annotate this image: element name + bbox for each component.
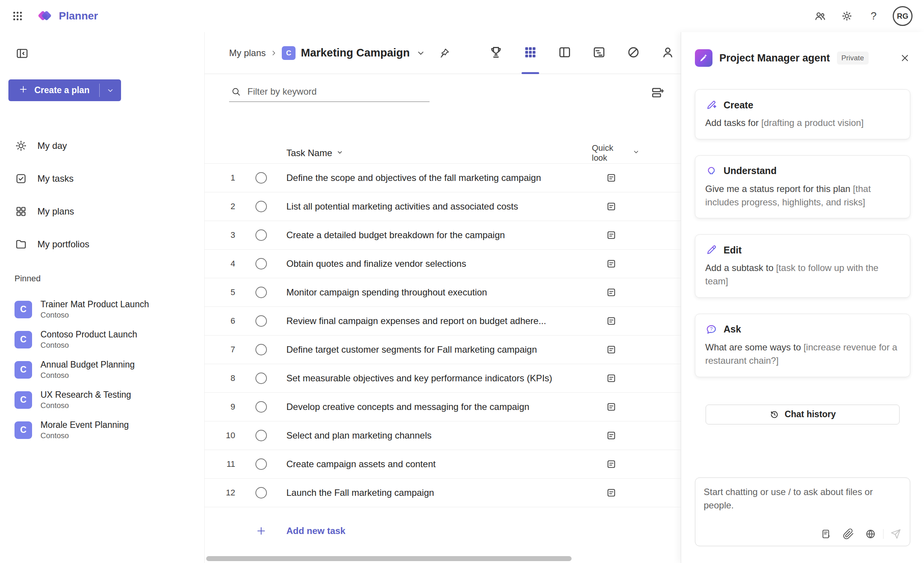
scrollbar-thumb[interactable] (206, 556, 572, 561)
task-row[interactable]: 4 Obtain quotes and finalize vendor sele… (205, 250, 681, 278)
agent-card-ask[interactable]: ? Ask What are some ways to [increase re… (695, 314, 910, 377)
complete-task-checkbox[interactable] (255, 258, 267, 269)
complete-task-checkbox[interactable] (255, 430, 267, 441)
pinned-plan-contoso-product-launch[interactable]: C Contoso Product Launch Contoso (0, 324, 204, 355)
task-table: Task Name Quick look 1 Define the scope … (205, 142, 681, 549)
task-row[interactable]: 2 List all potential marketing activitie… (205, 192, 681, 221)
complete-task-checkbox[interactable] (255, 373, 267, 384)
notes-icon[interactable] (606, 487, 617, 498)
pin-plan-button[interactable] (439, 47, 450, 59)
notes-icon[interactable] (606, 430, 617, 441)
app-launcher-button[interactable] (8, 7, 27, 25)
task-row[interactable]: 3 Create a detailed budget breakdown for… (205, 221, 681, 250)
pinned-plan-morale-event-planning[interactable]: C Morale Event Planning Contoso (0, 415, 204, 445)
pinned-plan-trainer-mat-product-launch[interactable]: C Trainer Mat Product Launch Contoso (0, 294, 204, 324)
view-tab-board[interactable] (554, 32, 575, 74)
column-task-name[interactable]: Task Name (281, 148, 583, 158)
pinned-plan-ux-research-testing[interactable]: C UX Research & Testing Contoso (0, 385, 204, 415)
plan-icon: C (15, 331, 32, 348)
view-tab-schedule[interactable] (588, 32, 610, 74)
globe-icon[interactable] (865, 528, 876, 540)
task-title[interactable]: Launch the Fall marketing campaign (281, 487, 583, 498)
plan-menu-chevron-icon[interactable] (416, 48, 426, 58)
filter-row (205, 74, 681, 102)
notes-icon[interactable] (606, 229, 617, 241)
people-icon[interactable] (810, 6, 830, 26)
task-row[interactable]: 11 Create campaign assets and content (205, 450, 681, 479)
view-tab-grid[interactable] (520, 32, 541, 74)
column-options-button[interactable] (650, 85, 665, 100)
task-row[interactable]: 12 Launch the Fall marketing campaign (205, 479, 681, 507)
complete-task-checkbox[interactable] (255, 229, 267, 241)
notes-icon[interactable] (606, 373, 617, 384)
task-number: 3 (205, 230, 241, 240)
close-panel-button[interactable] (900, 53, 910, 63)
task-row[interactable]: 6 Review final campaign expenses and rep… (205, 307, 681, 336)
complete-task-checkbox[interactable] (255, 287, 267, 298)
complete-task-checkbox[interactable] (255, 172, 267, 184)
notes-icon[interactable] (606, 458, 617, 470)
task-title[interactable]: Review final campaign expenses and repor… (281, 316, 583, 326)
view-tab-goals[interactable] (485, 32, 507, 74)
pinned-plan-annual-budget-planning[interactable]: C Annual Budget Planning Contoso (0, 355, 204, 385)
notes-icon[interactable] (606, 401, 617, 413)
task-number: 2 (205, 202, 241, 211)
task-row[interactable]: 1 Define the scope and objectives of the… (205, 164, 681, 192)
attach-icon[interactable] (843, 528, 854, 540)
notes-icon[interactable] (606, 287, 617, 298)
chat-composer[interactable]: Start chatting or use / to ask about fil… (695, 478, 910, 546)
filter-input[interactable] (247, 86, 428, 97)
horizontal-scrollbar[interactable] (206, 556, 677, 561)
add-new-task-button[interactable]: Add new task (205, 513, 681, 549)
task-title[interactable]: Develop creative concepts and messaging … (281, 402, 583, 412)
complete-task-checkbox[interactable] (255, 344, 267, 355)
create-plan-menu-button[interactable] (100, 79, 121, 101)
complete-task-checkbox[interactable] (255, 201, 267, 212)
complete-task-checkbox[interactable] (255, 401, 267, 413)
task-title[interactable]: Create campaign assets and content (281, 459, 583, 469)
task-title[interactable]: Define the scope and objectives of the f… (281, 173, 583, 183)
task-title[interactable]: Define target customer segments for Fall… (281, 344, 583, 355)
view-tab-charts[interactable] (623, 32, 644, 74)
notes-icon[interactable] (606, 315, 617, 327)
settings-icon[interactable] (837, 6, 857, 26)
task-row[interactable]: 9 Develop creative concepts and messagin… (205, 393, 681, 421)
sidebar-item-my-tasks[interactable]: My tasks (5, 165, 199, 193)
sidebar-item-my-portfolios[interactable]: My portfolios (5, 230, 199, 258)
chat-history-button[interactable]: Chat history (706, 405, 900, 424)
prompts-icon[interactable] (821, 528, 832, 540)
task-row[interactable]: 5 Monitor campaign spending throughout e… (205, 278, 681, 307)
task-title[interactable]: List all potential marketing activities … (281, 201, 583, 212)
create-plan-button[interactable]: Create a plan (8, 79, 121, 101)
complete-task-checkbox[interactable] (255, 315, 267, 327)
complete-task-checkbox[interactable] (255, 458, 267, 470)
task-title[interactable]: Monitor campaign spending throughout exe… (281, 287, 583, 298)
breadcrumb-my-plans[interactable]: My plans (229, 48, 266, 58)
sidebar-item-my-plans[interactable]: My plans (5, 197, 199, 226)
agent-card-understand[interactable]: Understand Give me a status report for t… (695, 155, 910, 219)
notes-icon[interactable] (606, 344, 617, 355)
task-title[interactable]: Create a detailed budget breakdown for t… (281, 230, 583, 240)
column-quick-look[interactable]: Quick look (583, 143, 640, 163)
task-title[interactable]: Obtain quotes and finalize vendor select… (281, 258, 583, 269)
avatar[interactable]: RG (893, 6, 913, 26)
agent-card-edit[interactable]: Edit Add a subtask to [task to follow up… (695, 234, 910, 298)
notes-icon[interactable] (606, 172, 617, 184)
ask-icon: ? (705, 323, 717, 336)
notes-icon[interactable] (606, 201, 617, 212)
sort-chevron-icon (632, 148, 640, 158)
complete-task-checkbox[interactable] (255, 487, 267, 498)
view-tab-people[interactable] (657, 32, 678, 74)
task-row[interactable]: 8 Set measurable objectives and key perf… (205, 364, 681, 393)
pinned-plan-title: Annual Budget Planning (40, 360, 135, 370)
task-title[interactable]: Set measurable objectives and key perfor… (281, 373, 583, 384)
sidebar-item-my-day[interactable]: My day (5, 132, 199, 160)
notes-icon[interactable] (606, 258, 617, 269)
help-icon[interactable]: ? (864, 6, 884, 26)
filter-field[interactable] (229, 83, 430, 102)
task-row[interactable]: 10 Select and plan marketing channels (205, 421, 681, 450)
task-row[interactable]: 7 Define target customer segments for Fa… (205, 336, 681, 364)
task-title[interactable]: Select and plan marketing channels (281, 430, 583, 441)
agent-card-create[interactable]: Create Add tasks for [drafting a product… (695, 89, 910, 139)
collapse-sidebar-button[interactable] (14, 45, 31, 62)
